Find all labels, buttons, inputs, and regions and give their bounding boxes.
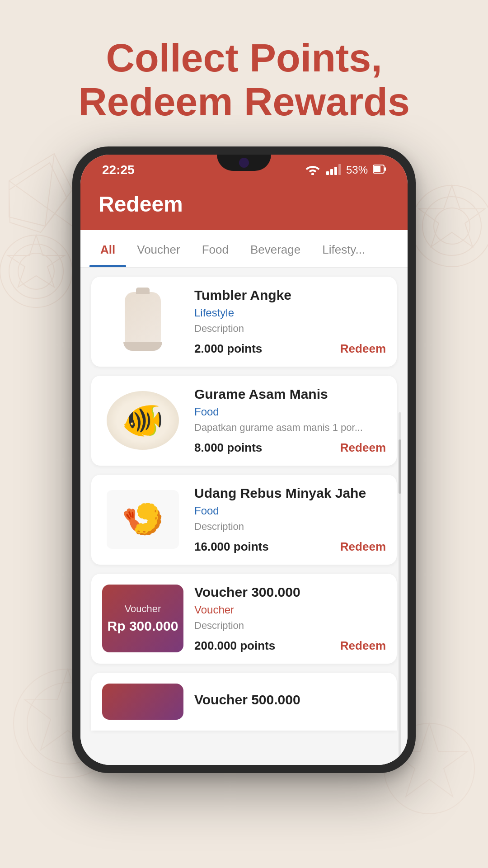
- card-points: 2.000 points: [194, 342, 262, 356]
- svg-point-17: [311, 173, 314, 175]
- svg-rect-19: [330, 169, 333, 175]
- svg-marker-11: [419, 185, 485, 247]
- status-time: 22:25: [102, 163, 135, 177]
- card-desc: Description: [194, 323, 386, 335]
- app-title: Redeem: [99, 192, 389, 217]
- card-info-tumbler: Tumbler Angke Lifestyle Description 2.00…: [194, 288, 386, 356]
- phone-frame: 22:25: [72, 146, 416, 773]
- reward-card-voucher300: Voucher Rp 300.000 Voucher 300.000 Vouch…: [91, 574, 397, 664]
- battery-icon: [373, 164, 386, 176]
- card-title: Gurame Asam Manis: [194, 387, 386, 402]
- tab-all[interactable]: All: [89, 230, 126, 267]
- tab-beverage[interactable]: Beverage: [239, 230, 311, 267]
- card-title: Tumbler Angke: [194, 288, 386, 303]
- card-category: Food: [194, 505, 386, 517]
- redeem-button-tumbler[interactable]: Redeem: [340, 342, 386, 356]
- svg-point-5: [9, 244, 63, 298]
- voucher-amount: Rp 300.000: [108, 618, 178, 634]
- svg-marker-1: [9, 163, 67, 232]
- card-points: 200.000 points: [194, 639, 275, 653]
- camera-dot: [239, 158, 249, 168]
- wifi-icon: [305, 163, 321, 177]
- card-footer: 200.000 points Redeem: [194, 639, 386, 653]
- svg-rect-18: [326, 171, 329, 175]
- card-info-udang: Udang Rebus Minyak Jahe Food Description…: [194, 486, 386, 554]
- app-header: Redeem: [80, 183, 408, 230]
- page-heading: Collect Points, Redeem Rewards: [0, 0, 488, 146]
- card-footer: 2.000 points Redeem: [194, 342, 386, 356]
- card-desc: Description: [194, 620, 386, 632]
- card-image-tumbler: [102, 288, 183, 355]
- card-footer: 16.000 points Redeem: [194, 540, 386, 554]
- tab-lifestyle[interactable]: Lifesty...: [311, 230, 376, 267]
- svg-point-10: [434, 208, 470, 244]
- gurame-image: 🐠: [107, 391, 179, 450]
- scrollbar[interactable]: [399, 412, 401, 765]
- card-info-voucher500: Voucher 500.000: [194, 692, 386, 711]
- card-desc: Dapatkan gurame asam manis 1 por...: [194, 422, 386, 434]
- svg-point-9: [422, 197, 481, 255]
- svg-point-8: [411, 185, 488, 267]
- card-title: Voucher 300.000: [194, 585, 386, 600]
- card-points: 16.000 points: [194, 540, 269, 554]
- card-image-udang: 🍤: [102, 486, 183, 553]
- tab-food[interactable]: Food: [191, 230, 239, 267]
- card-image-gurame: 🐠: [102, 387, 183, 454]
- heading-line1: Collect Points,: [106, 35, 382, 80]
- content-area: Tumbler Angke Lifestyle Description 2.00…: [80, 268, 408, 765]
- svg-marker-0: [9, 154, 72, 226]
- svg-point-4: [0, 235, 72, 307]
- card-title: Udang Rebus Minyak Jahe: [194, 486, 386, 501]
- reward-card-gurame: 🐠 Gurame Asam Manis Food Dapatkan gurame…: [91, 376, 397, 466]
- status-right: 53%: [305, 163, 386, 177]
- voucher-image-300: Voucher Rp 300.000: [102, 585, 183, 652]
- card-desc: Description: [194, 521, 386, 533]
- reward-card-udang: 🍤 Udang Rebus Minyak Jahe Food Descripti…: [91, 475, 397, 565]
- card-info-voucher300: Voucher 300.000 Voucher Description 200.…: [194, 585, 386, 653]
- svg-line-3: [45, 154, 54, 226]
- voucher-label: Voucher: [125, 603, 161, 615]
- svg-marker-7: [8, 235, 65, 287]
- tab-bar[interactable]: All Voucher Food Beverage Lifesty...: [80, 230, 408, 268]
- redeem-button-gurame[interactable]: Redeem: [340, 441, 386, 455]
- card-points: 8.000 points: [194, 441, 262, 455]
- udang-image: 🍤: [107, 490, 179, 549]
- redeem-button-udang[interactable]: Redeem: [340, 540, 386, 554]
- phone-notch: [217, 155, 271, 171]
- reward-card-tumbler: Tumbler Angke Lifestyle Description 2.00…: [91, 277, 397, 367]
- tab-voucher[interactable]: Voucher: [126, 230, 191, 267]
- card-category: Lifestyle: [194, 307, 386, 319]
- svg-rect-21: [338, 164, 341, 175]
- card-info-gurame: Gurame Asam Manis Food Dapatkan gurame a…: [194, 387, 386, 455]
- card-category: Food: [194, 406, 386, 418]
- reward-card-voucher500: Voucher 500.000: [91, 673, 397, 731]
- card-footer: 8.000 points Redeem: [194, 441, 386, 455]
- scrollbar-thumb[interactable]: [399, 439, 401, 494]
- svg-rect-20: [334, 167, 337, 175]
- signal-icon: [326, 163, 341, 177]
- voucher-image-500: [102, 684, 183, 720]
- heading-line2: Redeem Rewards: [78, 79, 410, 124]
- card-title: Voucher 500.000: [194, 692, 386, 708]
- svg-line-2: [9, 181, 72, 226]
- battery-percent: 53%: [346, 164, 368, 176]
- svg-rect-24: [385, 167, 386, 171]
- card-category: Voucher: [194, 604, 386, 616]
- svg-rect-23: [374, 166, 380, 172]
- redeem-button-voucher300[interactable]: Redeem: [340, 639, 386, 653]
- tumbler-image: [125, 292, 161, 351]
- svg-point-6: [18, 253, 54, 289]
